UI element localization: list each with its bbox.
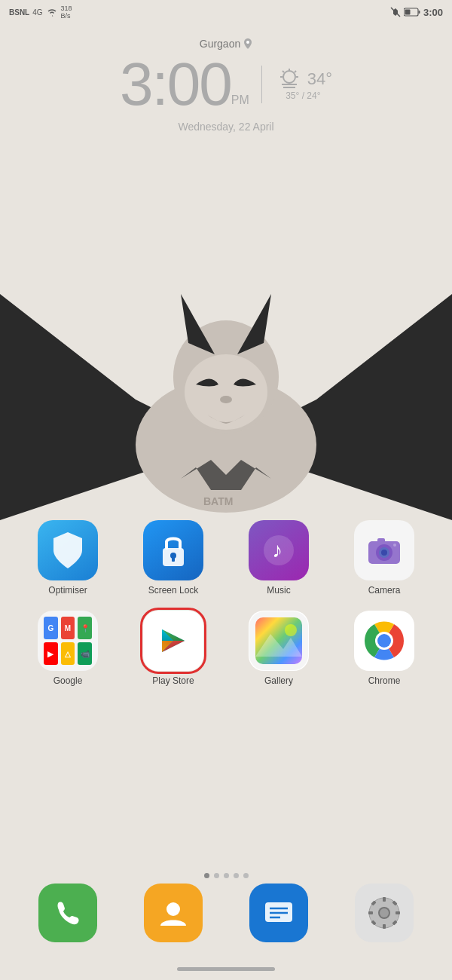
- svg-point-19: [220, 396, 232, 403]
- app-playstore[interactable]: Play Store: [132, 611, 215, 686]
- gallery-icon: [249, 611, 308, 670]
- app-label: Music: [267, 585, 290, 596]
- phone-icon: [53, 898, 83, 928]
- app-music[interactable]: ♪ Music: [237, 520, 320, 596]
- phone-icon-wrapper: [38, 884, 97, 942]
- messages-icon: [262, 896, 295, 929]
- svg-rect-48: [368, 911, 373, 914]
- svg-point-39: [166, 902, 180, 916]
- carrier-label: BSNL: [9, 8, 29, 17]
- app-screenlock[interactable]: Screen Lock: [132, 520, 215, 596]
- svg-rect-46: [383, 897, 386, 902]
- drive-icon: △: [61, 642, 75, 665]
- svg-point-31: [393, 544, 396, 547]
- dock-settings[interactable]: [347, 884, 422, 942]
- weather-range: 35° / 24°: [286, 90, 320, 101]
- page-dot-5: [243, 873, 249, 878]
- chrome-icon: [363, 620, 405, 662]
- settings-icon-wrapper: [355, 884, 414, 942]
- weather-info: 34° 35° / 24°: [274, 68, 332, 101]
- svg-point-5: [283, 71, 295, 83]
- dock: [0, 884, 452, 942]
- app-camera[interactable]: Camera: [343, 520, 426, 596]
- app-optimiser[interactable]: Optimiser: [26, 520, 109, 596]
- maps-icon: 📍: [78, 617, 92, 639]
- svg-line-7: [295, 71, 296, 72]
- svg-point-35: [285, 624, 297, 636]
- app-label: Chrome: [368, 675, 401, 686]
- app-label: Camera: [368, 585, 401, 596]
- settings-icon: [367, 896, 402, 930]
- contacts-icon: [157, 897, 189, 929]
- app-label: Google: [53, 675, 83, 686]
- app-grid-row1: Optimiser Screen Lock ♪ Mus: [0, 520, 452, 602]
- page-indicator: [0, 873, 452, 878]
- page-dot-4: [234, 873, 239, 878]
- svg-rect-47: [383, 924, 386, 929]
- clock-period: PM: [231, 93, 249, 107]
- app-label: Optimiser: [48, 585, 87, 596]
- app-gallery[interactable]: Gallery: [237, 611, 320, 686]
- svg-rect-33: [255, 617, 302, 664]
- page-dot-2: [214, 873, 219, 878]
- messages-icon-wrapper: [249, 884, 308, 942]
- dock-messages[interactable]: [241, 884, 316, 942]
- home-button[interactable]: [177, 967, 275, 971]
- camera-icon: [365, 534, 403, 567]
- lock-icon: [157, 531, 190, 569]
- wifi-icon: [46, 8, 58, 17]
- speed-label: 318B/s: [61, 5, 72, 20]
- svg-text:BATM: BATM: [203, 495, 233, 507]
- status-left: BSNL 4G 318B/s: [9, 5, 72, 20]
- svg-point-4: [246, 41, 249, 44]
- date-label: Wednesday, 22 April: [0, 121, 452, 133]
- app-google[interactable]: G M 📍 ▶ △ 📹 Google: [26, 611, 109, 686]
- contacts-icon-wrapper: [144, 884, 203, 942]
- playstore-icon: [154, 622, 192, 660]
- time-display: 3:00: [423, 7, 443, 18]
- clock-time: 3:00: [120, 54, 231, 115]
- svg-point-54: [380, 908, 389, 917]
- svg-rect-30: [377, 538, 385, 543]
- signal-label: 4G: [32, 8, 42, 17]
- svg-point-29: [381, 550, 387, 556]
- svg-rect-23: [172, 557, 175, 562]
- page-dot-1: [204, 873, 209, 878]
- location-icon: [243, 38, 252, 49]
- status-right: 3:00: [390, 7, 443, 18]
- weather-temp: 34°: [307, 69, 332, 89]
- shield-icon: [50, 531, 85, 570]
- svg-point-38: [377, 634, 391, 648]
- app-label: Screen Lock: [148, 585, 199, 596]
- svg-point-18: [185, 354, 267, 430]
- music-icon: ♪: [261, 533, 296, 568]
- app-label: Play Store: [152, 675, 194, 686]
- app-chrome[interactable]: Chrome: [343, 611, 426, 686]
- mute-icon: [390, 7, 401, 17]
- svg-line-10: [282, 71, 284, 72]
- svg-rect-3: [405, 10, 410, 15]
- dock-phone[interactable]: [30, 884, 105, 942]
- meet-icon: 📹: [78, 642, 92, 665]
- google-g-icon: G: [44, 617, 58, 639]
- clock-section: Gurgaon 3:00 PM: [0, 38, 452, 133]
- svg-rect-2: [418, 11, 420, 14]
- location-label: Gurgaon: [0, 38, 452, 50]
- app-grid-row2: G M 📍 ▶ △ 📹 Google: [0, 611, 452, 692]
- weather-icon: [274, 68, 304, 90]
- page-dot-3: [224, 873, 229, 878]
- gmail-icon: M: [61, 617, 75, 639]
- svg-rect-49: [396, 911, 400, 914]
- svg-text:♪: ♪: [272, 538, 282, 562]
- app-label: Gallery: [264, 675, 293, 686]
- batman-wallpaper: BATM: [0, 234, 452, 550]
- youtube-icon: ▶: [44, 642, 58, 665]
- battery-icon: [404, 8, 420, 17]
- dock-contacts[interactable]: [136, 884, 211, 942]
- status-bar: BSNL 4G 318B/s 3:00: [0, 0, 452, 24]
